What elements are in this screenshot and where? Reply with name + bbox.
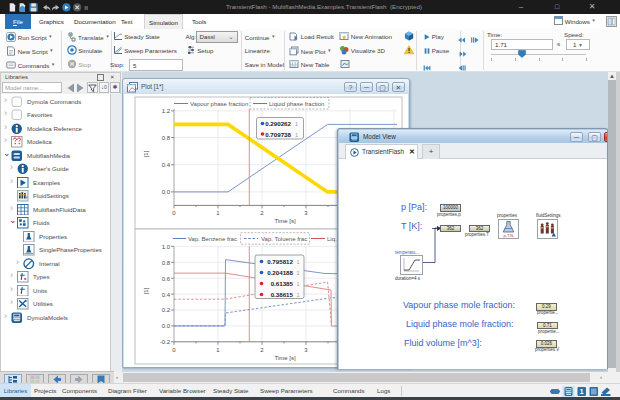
svg-text:1: 1 [295,132,298,138]
svg-text:1: 1 [295,121,298,127]
svg-text:0.8: 0.8 [162,135,171,141]
svg-text:0.709738: 0.709738 [265,131,291,138]
svg-text:Time [s]: Time [s] [274,218,295,224]
svg-text:0.0: 0.0 [162,189,171,195]
svg-text:1: 1 [297,292,300,298]
svg-text:0.0: 0.0 [162,323,171,329]
svg-text:0.2: 0.2 [162,307,171,313]
svg-text:Vapour phase fraction: Vapour phase fraction [190,101,248,107]
svg-text:Vap. Benzene frac: Vap. Benzene frac [188,236,237,242]
svg-text:Liquid phase fraction: Liquid phase fraction [269,101,324,107]
svg-text:1: 1 [297,259,300,265]
svg-text:1: 1 [297,281,300,287]
svg-text:0.204188: 0.204188 [267,269,293,276]
svg-text:0.290262: 0.290262 [265,120,291,127]
svg-text:Time [s]: Time [s] [274,355,295,361]
svg-text:0.8: 0.8 [162,260,171,266]
svg-text:0.38615: 0.38615 [271,291,294,298]
svg-text:Vap. Toluene frac: Vap. Toluene frac [261,236,307,242]
svg-text:[1]: [1] [143,150,149,157]
svg-text:[1]: [1] [143,287,149,294]
svg-text:0.4: 0.4 [162,162,171,168]
svg-text:1.2: 1.2 [162,108,171,114]
svg-text:1: 1 [297,270,300,276]
svg-text:0.4: 0.4 [162,292,171,298]
svg-text:-0.2: -0.2 [160,339,171,345]
svg-text:0.6: 0.6 [162,276,171,282]
svg-text:0.61385: 0.61385 [271,280,294,287]
svg-text:p,T,N: p,T,N [504,232,514,237]
svg-text:0.795812: 0.795812 [267,258,293,265]
svg-text:1.0: 1.0 [162,244,171,250]
svg-text:1: 1 [580,387,584,396]
